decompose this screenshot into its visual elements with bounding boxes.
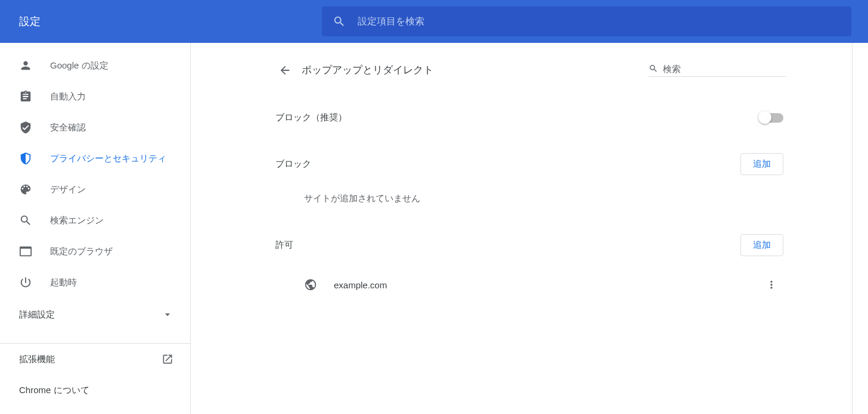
content-search[interactable] <box>649 63 786 77</box>
sidebar-item-autofill[interactable]: 自動入力 <box>0 81 190 112</box>
block-empty-text: サイトが追加されていません <box>304 193 786 204</box>
sidebar-item-label: デザイン <box>50 184 86 195</box>
advanced-label: 詳細設定 <box>19 309 55 320</box>
sidebar-item-privacy[interactable]: プライバシーとセキュリティ <box>0 143 190 174</box>
sidebar-item-label: 既定のブラウザ <box>50 246 113 257</box>
more-vert-icon <box>765 279 777 291</box>
site-more-button[interactable] <box>760 273 783 297</box>
sidebar-item-label: プライバシーとセキュリティ <box>50 153 166 164</box>
header-title: 設定 <box>0 14 322 29</box>
sidebar-item-label: 検索エンジン <box>50 215 104 226</box>
block-section-header: ブロック 追加 <box>273 153 786 175</box>
search-icon <box>649 63 658 74</box>
chevron-down-icon <box>162 309 173 320</box>
extensions-label: 拡張機能 <box>19 354 55 365</box>
sidebar-item-google[interactable]: Google の設定 <box>0 50 190 81</box>
content-search-input[interactable] <box>663 64 786 74</box>
sidebar-item-label: 自動入力 <box>50 91 86 102</box>
block-recommended-label: ブロック（推奨） <box>275 112 347 123</box>
sidebar-item-search-engine[interactable]: 検索エンジン <box>0 205 190 236</box>
sidebar-item-label: Google の設定 <box>50 60 108 71</box>
toggle-knob <box>758 111 771 124</box>
block-section-label: ブロック <box>275 158 311 170</box>
arrow-back-icon <box>278 64 292 77</box>
block-add-button[interactable]: 追加 <box>740 153 783 175</box>
allow-section-label: 許可 <box>275 239 293 251</box>
external-link-icon <box>162 353 173 365</box>
shield-icon <box>19 152 32 165</box>
right-divider <box>852 43 852 414</box>
sidebar-item-label: 起動時 <box>50 277 77 288</box>
search-icon <box>19 214 32 227</box>
sidebar: Google の設定 自動入力 安全確認 プライバシーとセキュリティ デザイン … <box>0 43 191 414</box>
check-shield-icon <box>19 121 32 134</box>
power-icon <box>19 276 32 289</box>
allow-section-header: 許可 追加 <box>273 234 786 256</box>
global-search[interactable] <box>322 7 851 36</box>
sidebar-item-startup[interactable]: 起動時 <box>0 267 190 298</box>
global-search-input[interactable] <box>358 16 841 27</box>
about-label: Chrome について <box>19 385 89 396</box>
sidebar-item-safety[interactable]: 安全確認 <box>0 112 190 143</box>
sidebar-item-design[interactable]: デザイン <box>0 174 190 205</box>
sidebar-item-default-browser[interactable]: 既定のブラウザ <box>0 236 190 267</box>
content-header: ポップアップとリダイレクト <box>273 54 786 87</box>
allow-add-button[interactable]: 追加 <box>740 234 783 256</box>
search-icon <box>333 15 346 28</box>
browser-icon <box>19 245 32 258</box>
sidebar-extensions[interactable]: 拡張機能 <box>0 344 190 375</box>
clipboard-icon <box>19 90 32 103</box>
sidebar-advanced[interactable]: 詳細設定 <box>0 298 190 331</box>
sidebar-item-label: 安全確認 <box>50 122 86 133</box>
sidebar-about[interactable]: Chrome について <box>0 375 190 406</box>
palette-icon <box>19 183 32 196</box>
app-header: 設定 <box>0 0 868 43</box>
page-title: ポップアップとリダイレクト <box>302 63 649 77</box>
site-name: example.com <box>334 280 760 290</box>
block-recommended-row: ブロック（推奨） <box>273 112 786 123</box>
main-panel: ポップアップとリダイレクト ブロック（推奨） ブロック 追加 サイトが追加されて… <box>191 43 868 414</box>
person-icon <box>19 59 32 72</box>
block-recommended-toggle[interactable] <box>760 113 783 123</box>
back-button[interactable] <box>273 58 297 82</box>
allow-site-row: example.com <box>273 273 786 297</box>
globe-icon <box>304 278 317 291</box>
